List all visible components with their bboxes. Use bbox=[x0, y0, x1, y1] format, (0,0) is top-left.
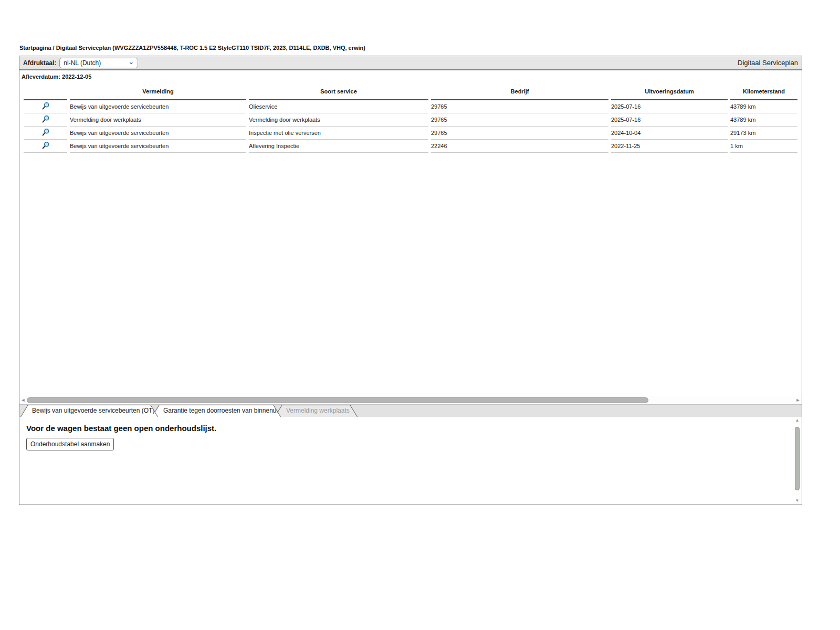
table-row: Bewijs van uitgevoerde servicebeurten Af… bbox=[24, 140, 797, 153]
cell-uitvoeringsdatum: 2025-07-16 bbox=[611, 113, 728, 127]
chevron-down-icon: ⌄ bbox=[128, 59, 134, 65]
empty-area bbox=[19, 153, 802, 396]
vertical-scrollbar[interactable]: ▲ ▼ bbox=[793, 418, 801, 503]
print-language-select[interactable]: nl-NL (Dutch) ⌄ bbox=[59, 58, 138, 68]
cell-soort-service: Inspectie met olie verversen bbox=[249, 127, 428, 140]
breadcrumb[interactable]: Startpagina / Digitaal Serviceplan (WVGZ… bbox=[19, 45, 365, 51]
tab-bewijs-servicebeurten[interactable]: Bewijs van uitgevoerde servicebeurten (O… bbox=[20, 405, 158, 417]
cell-soort-service: Aflevering Inspectie bbox=[249, 140, 428, 153]
scroll-left-icon[interactable]: ◄ bbox=[20, 396, 26, 404]
cell-kilometerstand: 43789 km bbox=[730, 113, 797, 127]
magnifier-icon[interactable] bbox=[41, 115, 50, 123]
magnifier-icon[interactable] bbox=[41, 128, 50, 136]
cell-bedrijf: 22246 bbox=[431, 140, 608, 153]
print-language-label: Afdruktaal: bbox=[23, 59, 56, 67]
column-header-vermelding: Vermelding bbox=[70, 82, 246, 100]
cell-bedrijf: 29765 bbox=[431, 127, 608, 140]
tab-garantie-doorroesten[interactable]: Garantie tegen doorroesten van binnenuit bbox=[152, 405, 281, 417]
cell-kilometerstand: 1 km bbox=[730, 140, 797, 153]
table-row: Vermelding door werkplaats Vermelding do… bbox=[24, 113, 797, 127]
print-language-bar: Afdruktaal: nl-NL (Dutch) ⌄ Digitaal Ser… bbox=[19, 56, 802, 70]
no-open-maintenance-message: Voor de wagen bestaat geen open onderhou… bbox=[26, 424, 216, 433]
scroll-up-icon[interactable]: ▲ bbox=[793, 418, 801, 423]
print-language-selected-value: nl-NL (Dutch) bbox=[64, 59, 101, 67]
column-header-soort-service: Soort service bbox=[249, 82, 428, 100]
column-header-icon bbox=[24, 82, 67, 100]
table-header-row: Vermelding Soort service Bedrijf Uitvoer… bbox=[24, 82, 797, 100]
delivery-date: Afleverdatum: 2022-12-05 bbox=[19, 70, 802, 82]
service-history-table: Vermelding Soort service Bedrijf Uitvoer… bbox=[21, 82, 800, 153]
cell-uitvoeringsdatum: 2024-10-04 bbox=[611, 127, 728, 140]
column-header-kilometerstand: Kilometerstand bbox=[730, 82, 797, 100]
cell-vermelding: Bewijs van uitgevoerde servicebeurten bbox=[70, 100, 246, 113]
create-maintenance-table-button[interactable]: Onderhoudstabel aanmaken bbox=[26, 438, 114, 450]
tab-vermelding-werkplaats[interactable]: Vermelding werkplaats bbox=[275, 405, 358, 417]
column-header-uitvoeringsdatum: Uitvoeringsdatum bbox=[611, 82, 728, 100]
cell-vermelding: Vermelding door werkplaats bbox=[70, 113, 246, 127]
cell-vermelding: Bewijs van uitgevoerde servicebeurten bbox=[70, 140, 246, 153]
cell-bedrijf: 29765 bbox=[431, 113, 608, 127]
horizontal-scrollbar-thumb[interactable] bbox=[27, 397, 648, 403]
table-row: Bewijs van uitgevoerde servicebeurten In… bbox=[24, 127, 797, 140]
scroll-down-icon[interactable]: ▼ bbox=[793, 498, 801, 503]
cell-bedrijf: 29765 bbox=[431, 100, 608, 113]
tab-strip: Bewijs van uitgevoerde servicebeurten (O… bbox=[19, 404, 802, 417]
horizontal-scrollbar-track[interactable] bbox=[27, 397, 794, 403]
maintenance-panel: Voor de wagen bestaat geen open onderhou… bbox=[19, 417, 802, 505]
table-row: Bewijs van uitgevoerde servicebeurten Ol… bbox=[24, 100, 797, 113]
magnifier-icon[interactable] bbox=[41, 141, 50, 150]
cell-soort-service: Vermelding door werkplaats bbox=[249, 113, 428, 127]
horizontal-scrollbar[interactable]: ◄ ► bbox=[19, 396, 802, 404]
cell-uitvoeringsdatum: 2022-11-25 bbox=[611, 140, 728, 153]
vertical-scrollbar-thumb[interactable] bbox=[795, 427, 800, 490]
cell-kilometerstand: 29173 km bbox=[730, 127, 797, 140]
serviceplan-panel: Afdruktaal: nl-NL (Dutch) ⌄ Digitaal Ser… bbox=[19, 56, 802, 505]
column-header-bedrijf: Bedrijf bbox=[431, 82, 608, 100]
magnifier-icon[interactable] bbox=[41, 102, 50, 110]
cell-vermelding: Bewijs van uitgevoerde servicebeurten bbox=[70, 127, 246, 140]
cell-uitvoeringsdatum: 2025-07-16 bbox=[611, 100, 728, 113]
cell-kilometerstand: 43789 km bbox=[730, 100, 797, 113]
scroll-right-icon[interactable]: ► bbox=[795, 396, 801, 404]
digitaal-serviceplan-page: Startpagina / Digitaal Serviceplan (WVGZ… bbox=[0, 0, 840, 630]
cell-soort-service: Olieservice bbox=[249, 100, 428, 113]
page-title: Digitaal Serviceplan bbox=[738, 59, 798, 67]
